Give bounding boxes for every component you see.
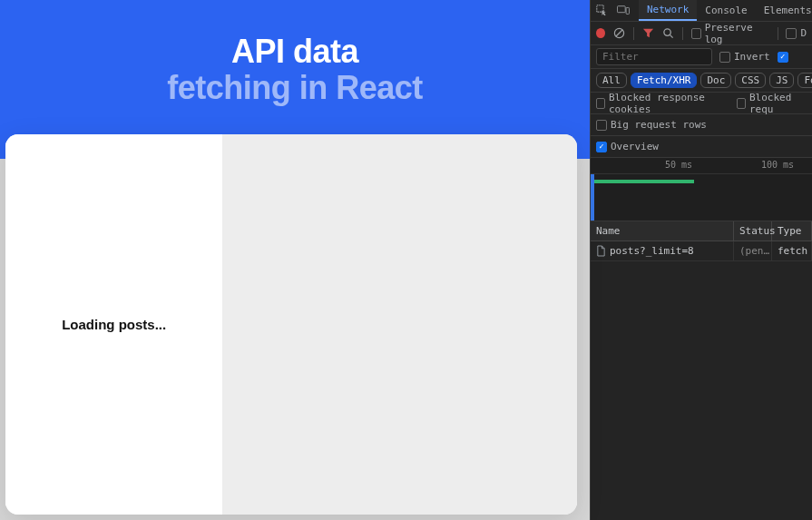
- filter-row: Invert: [591, 45, 812, 69]
- svg-rect-2: [626, 7, 630, 14]
- separator: [633, 27, 634, 40]
- hero-title-line1: API data: [0, 33, 590, 71]
- big-request-rows-checkbox[interactable]: Big request rows: [596, 119, 707, 131]
- separator: [682, 27, 683, 40]
- preserve-log-checkbox[interactable]: Preserve log: [691, 22, 769, 45]
- separator: [778, 27, 778, 40]
- filter-doc[interactable]: Doc: [700, 73, 731, 88]
- tab-network[interactable]: Network: [639, 0, 697, 21]
- filter-fetch-xhr[interactable]: Fetch/XHR: [631, 73, 698, 88]
- file-icon: [596, 245, 606, 257]
- blocked-cookies-checkbox[interactable]: Blocked response cookies: [596, 92, 724, 115]
- disable-cache-label: D: [800, 27, 807, 39]
- blocked-cookies-label: Blocked response cookies: [609, 92, 724, 115]
- svg-point-5: [664, 29, 670, 35]
- card-left-panel: Loading posts...: [5, 134, 222, 515]
- device-toolbar-icon[interactable]: [617, 5, 630, 16]
- timeline-request-bar: [594, 180, 694, 183]
- tab-elements[interactable]: Elements: [756, 0, 812, 21]
- filter-font[interactable]: Font: [797, 73, 812, 88]
- search-icon[interactable]: [662, 27, 674, 39]
- cell-name: posts?_limit=8: [591, 241, 734, 260]
- filter-all[interactable]: All: [596, 73, 627, 88]
- cell-type: fetch: [772, 241, 812, 260]
- filter-icon[interactable]: [642, 27, 654, 39]
- loading-text: Loading posts...: [62, 317, 166, 332]
- svg-line-4: [616, 30, 622, 36]
- request-name: posts?_limit=8: [610, 245, 694, 257]
- type-filter-row: All Fetch/XHR Doc CSS JS Font Im: [591, 69, 812, 93]
- invert-checkbox[interactable]: Invert: [719, 51, 770, 63]
- timeline-overview[interactable]: 50 ms 100 ms: [591, 158, 812, 221]
- card-right-panel: [222, 134, 577, 515]
- timeline-tick: 50 ms: [665, 160, 692, 170]
- devtools-tabs: Network Console Elements: [639, 0, 812, 21]
- col-type[interactable]: Type: [772, 221, 812, 240]
- filter-js[interactable]: JS: [769, 73, 794, 88]
- inspect-element-icon[interactable]: [596, 5, 608, 16]
- filter-css[interactable]: CSS: [735, 73, 766, 88]
- cell-status: (pen…: [734, 241, 772, 260]
- truncated-checkbox[interactable]: [778, 52, 788, 63]
- clear-icon[interactable]: [613, 27, 625, 39]
- svg-line-6: [670, 34, 672, 37]
- big-rows-row: Big request rows: [591, 114, 812, 136]
- record-button[interactable]: [596, 28, 605, 38]
- timeline-ruler: 50 ms 100 ms: [591, 158, 812, 174]
- devtools-topbar: Network Console Elements: [591, 0, 812, 22]
- col-status[interactable]: Status: [734, 221, 772, 240]
- request-table-body: posts?_limit=8 (pen… fetch: [591, 241, 812, 520]
- table-row[interactable]: posts?_limit=8 (pen… fetch: [591, 241, 812, 261]
- request-table-header: Name Status Type: [591, 221, 812, 241]
- app-pane: API data fetching in React Loading posts…: [0, 0, 590, 520]
- content-card: Loading posts...: [5, 134, 577, 515]
- timeline-tick: 100 ms: [761, 160, 794, 170]
- col-name[interactable]: Name: [591, 221, 734, 240]
- invert-label: Invert: [734, 51, 770, 63]
- disable-cache-checkbox[interactable]: D: [786, 27, 807, 39]
- overview-row: Overview: [591, 136, 812, 158]
- devtools-panel: Network Console Elements Preserve log D: [590, 0, 812, 520]
- overview-checkbox[interactable]: Overview: [596, 141, 659, 152]
- preserve-log-label: Preserve log: [705, 22, 769, 45]
- blocked-requests-checkbox[interactable]: Blocked requ: [737, 92, 807, 115]
- overview-label: Overview: [611, 141, 659, 152]
- hero-title-line2: fetching in React: [0, 69, 590, 107]
- network-controls: Preserve log D: [591, 22, 812, 45]
- svg-rect-1: [617, 6, 625, 13]
- big-request-rows-label: Big request rows: [611, 119, 707, 131]
- filter-input[interactable]: [596, 48, 712, 65]
- blocked-row: Blocked response cookies Blocked requ: [591, 93, 812, 114]
- tab-console[interactable]: Console: [697, 0, 755, 21]
- blocked-requests-label: Blocked requ: [749, 92, 807, 115]
